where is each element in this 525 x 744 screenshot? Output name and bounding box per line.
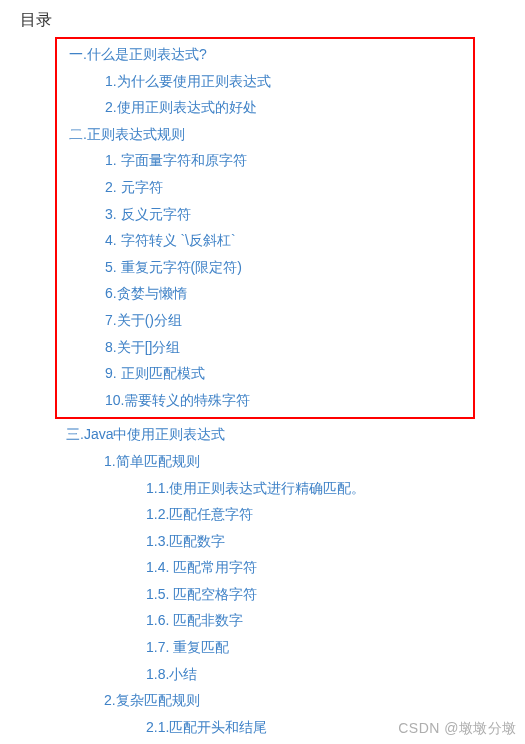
highlighted-section: 一.什么是正则表达式? 1.为什么要使用正则表达式 2.使用正则表达式的好处 二… <box>55 37 475 419</box>
toc-link[interactable]: 1.6. 匹配非数字 <box>146 612 243 628</box>
toc-link[interactable]: 1.8.小结 <box>146 666 197 682</box>
toc-link[interactable]: 9. 正则匹配模式 <box>105 365 205 381</box>
toc-link[interactable]: 2.使用正则表达式的好处 <box>105 99 257 115</box>
toc-link-section-1[interactable]: 一.什么是正则表达式? <box>69 46 207 62</box>
toc-link[interactable]: 2. 元字符 <box>105 179 163 195</box>
toc-link[interactable]: 1.1.使用正则表达式进行精确匹配。 <box>146 480 365 496</box>
toc-link[interactable]: 2.1.匹配开头和结尾 <box>146 719 267 735</box>
toc-link-section-2[interactable]: 二.正则表达式规则 <box>69 126 185 142</box>
toc-link[interactable]: 1.2.匹配任意字符 <box>146 506 253 522</box>
toc-link[interactable]: 1.7. 重复匹配 <box>146 639 229 655</box>
toc-link[interactable]: 1.为什么要使用正则表达式 <box>105 73 271 89</box>
toc-link[interactable]: 1.4. 匹配常用字符 <box>146 559 257 575</box>
toc-link[interactable]: 5. 重复元字符(限定符) <box>105 259 242 275</box>
toc-link[interactable]: 6.贪婪与懒惰 <box>105 285 187 301</box>
toc-link[interactable]: 1.3.匹配数字 <box>146 533 225 549</box>
toc-link[interactable]: 8.关于[]分组 <box>105 339 180 355</box>
toc-link[interactable]: 1. 字面量字符和原字符 <box>105 152 247 168</box>
toc-link[interactable]: 7.关于()分组 <box>105 312 182 328</box>
toc-link[interactable]: 2.复杂匹配规则 <box>104 692 200 708</box>
toc-link[interactable]: 1.5. 匹配空格字符 <box>146 586 257 602</box>
toc-title: 目录 <box>0 0 525 31</box>
toc-link[interactable]: 4. 字符转义 `\反斜杠` <box>105 232 236 248</box>
toc-link-section-3[interactable]: 三.Java中使用正则表达式 <box>66 426 225 442</box>
toc-container: 一.什么是正则表达式? 1.为什么要使用正则表达式 2.使用正则表达式的好处 二… <box>0 31 525 744</box>
toc-link[interactable]: 3. 反义元字符 <box>105 206 191 222</box>
toc-link[interactable]: 10.需要转义的特殊字符 <box>105 392 250 408</box>
toc-link[interactable]: 1.简单匹配规则 <box>104 453 200 469</box>
